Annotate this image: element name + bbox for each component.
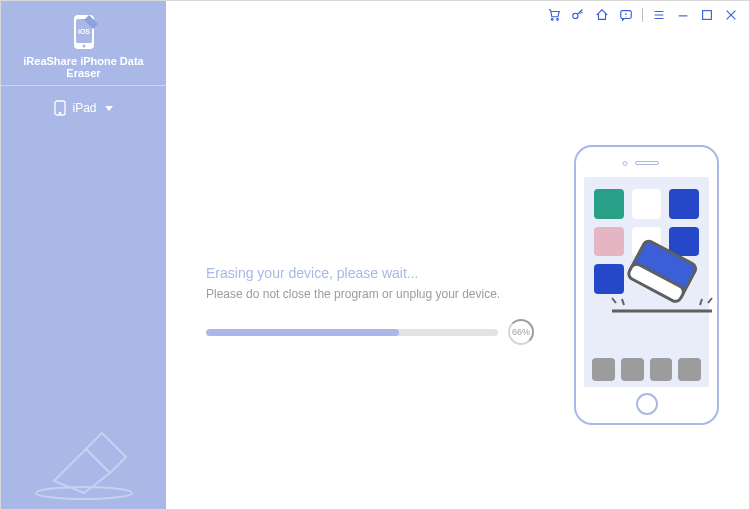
- svg-rect-4: [703, 11, 712, 20]
- close-icon[interactable]: [723, 7, 739, 23]
- phone-dock: [592, 358, 701, 381]
- app-tile: [632, 189, 662, 219]
- phone-camera-icon: [622, 161, 627, 166]
- maximize-icon[interactable]: [699, 7, 715, 23]
- content-row: Erasing your device, please wait... Plea…: [206, 145, 719, 425]
- app-tile: [669, 227, 699, 257]
- brand-name: iReaShare iPhone Data Eraser: [9, 55, 158, 79]
- main-content: Erasing your device, please wait... Plea…: [166, 1, 749, 509]
- svg-point-2: [573, 13, 578, 18]
- brand-block: iOS iReaShare iPhone Data Eraser: [1, 1, 166, 86]
- sidebar: iOS iReaShare iPhone Data Eraser iPad: [1, 1, 166, 509]
- app-tile: [632, 227, 662, 257]
- menu-icon[interactable]: [651, 7, 667, 23]
- key-icon[interactable]: [570, 7, 586, 23]
- progress-spinner: 66%: [508, 319, 534, 345]
- dock-tile: [621, 358, 644, 381]
- titlebar-divider: [642, 8, 643, 22]
- app-tile: [594, 264, 624, 294]
- phone-home-button-icon: [636, 393, 658, 415]
- app-tile: [594, 189, 624, 219]
- app-window: iOS iReaShare iPhone Data Eraser iPad E: [0, 0, 750, 510]
- phone-illustration: [574, 145, 719, 425]
- titlebar: [166, 1, 749, 29]
- progress-percent: 66%: [512, 327, 530, 337]
- svg-point-10: [60, 112, 61, 113]
- svg-point-0: [551, 19, 553, 21]
- device-label: iPad: [72, 101, 96, 115]
- app-tile: [669, 189, 699, 219]
- dock-tile: [650, 358, 673, 381]
- device-selector[interactable]: iPad: [54, 100, 112, 116]
- chevron-down-icon: [105, 106, 113, 111]
- erase-subtext: Please do not close the program or unplu…: [206, 287, 534, 301]
- app-grid: [594, 189, 699, 294]
- brand-icon: iOS: [69, 13, 99, 51]
- phone-speaker-icon: [635, 161, 659, 165]
- erase-heading: Erasing your device, please wait...: [206, 265, 534, 281]
- sidebar-eraser-illustration: [24, 403, 144, 503]
- home-icon[interactable]: [594, 7, 610, 23]
- dock-tile: [592, 358, 615, 381]
- svg-text:iOS: iOS: [77, 28, 89, 35]
- svg-point-8: [82, 45, 85, 48]
- feedback-icon[interactable]: [618, 7, 634, 23]
- dock-tile: [678, 358, 701, 381]
- progress-bar: [206, 329, 498, 336]
- minimize-icon[interactable]: [675, 7, 691, 23]
- progress-panel: Erasing your device, please wait... Plea…: [206, 225, 534, 345]
- phone-body: [574, 145, 719, 425]
- progress-fill: [206, 329, 399, 336]
- app-tile: [594, 227, 624, 257]
- progress-row: 66%: [206, 319, 534, 345]
- svg-point-1: [557, 19, 559, 21]
- cart-icon[interactable]: [546, 7, 562, 23]
- phone-screen: [584, 177, 709, 387]
